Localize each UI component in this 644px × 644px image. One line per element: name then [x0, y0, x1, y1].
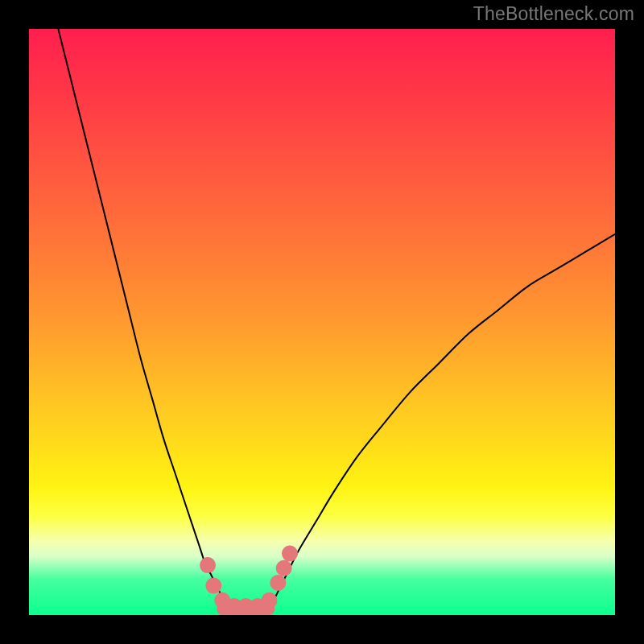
curve-overlay: [29, 29, 615, 615]
marker-dots: [200, 546, 298, 615]
marker-dot: [200, 557, 216, 573]
plot-area: [29, 29, 615, 615]
watermark-text: TheBottleneck.com: [473, 3, 634, 25]
marker-dot: [205, 578, 221, 594]
marker-dot: [276, 560, 292, 576]
curve-right: [269, 234, 615, 609]
curve-left: [58, 29, 228, 609]
marker-dot: [270, 575, 286, 591]
chart-frame: TheBottleneck.com: [0, 0, 644, 644]
marker-dot: [261, 592, 277, 609]
marker-dot: [282, 546, 298, 562]
